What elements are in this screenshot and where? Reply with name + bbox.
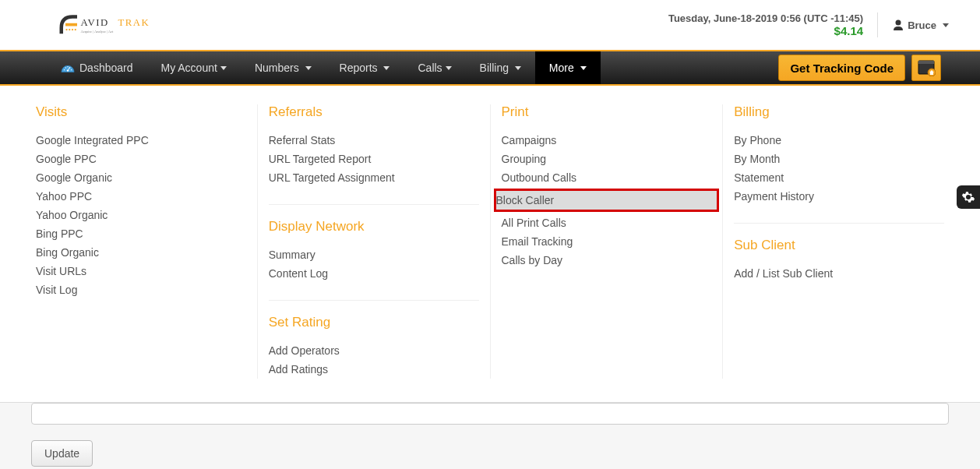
nav-reports[interactable]: Reports (326, 51, 404, 84)
chevron-down-icon (580, 66, 587, 70)
link-add-ratings[interactable]: Add Ratings (269, 360, 479, 379)
section-title-print: Print (502, 104, 712, 120)
link-visit-log[interactable]: Visit Log (36, 280, 246, 299)
svg-point-12 (65, 67, 66, 68)
more-mega-menu: Visits Google Integrated PPC Google PPC … (0, 86, 980, 403)
datetime-text: Tuesday, June-18-2019 0:56 (UTC -11:45) (668, 12, 863, 24)
svg-text:Acquire  |  Analyze  |  Act: Acquire | Analyze | Act (81, 30, 115, 34)
svg-text:AVID: AVID (81, 17, 109, 28)
user-menu[interactable]: Bruce (892, 19, 949, 31)
mega-col-referrals: Referrals Referral Stats URL Targeted Re… (258, 104, 491, 379)
top-bar: AVID TRAK Acquire | Analyze | Act Tuesda… (0, 0, 980, 50)
link-block-caller[interactable]: Block Caller (494, 189, 720, 212)
nav-calls[interactable]: Calls (404, 51, 465, 84)
nav-more[interactable]: More (535, 51, 601, 84)
link-add-list-sub-client[interactable]: Add / List Sub Client (734, 264, 944, 283)
nav-my-account-label: My Account (161, 62, 217, 74)
chevron-down-icon (943, 23, 949, 27)
gear-icon (961, 190, 975, 204)
mega-col-visits: Visits Google Integrated PPC Google PPC … (25, 104, 258, 379)
text-input[interactable] (31, 403, 949, 425)
link-summary[interactable]: Summary (269, 245, 479, 264)
link-bing-ppc[interactable]: Bing PPC (36, 224, 246, 243)
nav-billing-label: Billing (480, 62, 509, 74)
user-name: Bruce (908, 19, 936, 31)
svg-point-11 (64, 69, 65, 70)
link-yahoo-ppc[interactable]: Yahoo PPC (36, 187, 246, 206)
svg-point-8 (896, 20, 901, 26)
nav-right: Get Tracking Code (778, 51, 980, 84)
link-campaigns[interactable]: Campaigns (502, 131, 712, 150)
top-right: Tuesday, June-18-2019 0:56 (UTC -11:45) … (668, 12, 949, 37)
link-payment-history[interactable]: Payment History (734, 187, 944, 206)
chevron-down-icon (220, 66, 227, 70)
section-title-set-rating: Set Rating (269, 300, 479, 330)
chevron-down-icon (383, 66, 390, 70)
link-by-month[interactable]: By Month (734, 150, 944, 168)
nav-reports-label: Reports (340, 62, 378, 74)
user-icon (892, 19, 904, 31)
svg-point-13 (67, 66, 68, 67)
home-icon (917, 59, 936, 76)
link-by-phone[interactable]: By Phone (734, 131, 944, 150)
svg-rect-0 (65, 23, 77, 26)
link-google-ppc[interactable]: Google PPC (36, 150, 246, 168)
section-title-display-network: Display Network (269, 204, 479, 235)
nav-billing[interactable]: Billing (466, 51, 535, 84)
nav-dashboard[interactable]: Dashboard (47, 51, 147, 84)
nav-more-label: More (549, 62, 574, 74)
link-google-organic[interactable]: Google Organic (36, 168, 246, 187)
link-email-tracking[interactable]: Email Tracking (502, 232, 712, 251)
link-google-integrated-ppc[interactable]: Google Integrated PPC (36, 131, 246, 150)
svg-text:TRAK: TRAK (118, 17, 150, 28)
section-title-billing: Billing (734, 104, 944, 120)
link-bing-organic[interactable]: Bing Organic (36, 243, 246, 262)
link-url-targeted-report[interactable]: URL Targeted Report (269, 150, 479, 168)
nav-numbers[interactable]: Numbers (241, 51, 326, 84)
svg-point-14 (69, 67, 70, 68)
svg-rect-17 (918, 61, 934, 64)
link-visit-urls[interactable]: Visit URLs (36, 262, 246, 280)
get-tracking-code-button[interactable]: Get Tracking Code (778, 55, 905, 81)
nav-calls-label: Calls (418, 62, 442, 74)
balance-text: $4.14 (668, 24, 863, 37)
link-url-targeted-assignment[interactable]: URL Targeted Assignment (269, 168, 479, 187)
chevron-down-icon (446, 66, 452, 70)
section-title-sub-client: Sub Client (734, 223, 944, 253)
link-add-operators[interactable]: Add Operators (269, 341, 479, 360)
nav-my-account[interactable]: My Account (147, 51, 241, 84)
link-yahoo-organic[interactable]: Yahoo Organic (36, 206, 246, 224)
link-statement[interactable]: Statement (734, 168, 944, 187)
link-all-print-calls[interactable]: All Print Calls (502, 213, 712, 232)
link-referral-stats[interactable]: Referral Stats (269, 131, 479, 150)
section-title-referrals: Referrals (269, 104, 479, 120)
page-content: Update (0, 403, 980, 469)
dashboard-icon (61, 62, 75, 73)
avidtrak-logo-icon: AVID TRAK Acquire | Analyze | Act (56, 9, 173, 41)
svg-point-1 (65, 29, 67, 30)
chevron-down-icon (515, 66, 521, 70)
link-content-log[interactable]: Content Log (269, 264, 479, 283)
chevron-down-icon (305, 66, 312, 70)
logo[interactable]: AVID TRAK Acquire | Analyze | Act (56, 9, 173, 41)
nav-dashboard-label: Dashboard (79, 62, 133, 74)
link-outbound-calls[interactable]: Outbound Calls (502, 168, 712, 187)
section-title-visits: Visits (36, 104, 246, 120)
svg-point-2 (69, 29, 70, 30)
date-balance: Tuesday, June-18-2019 0:56 (UTC -11:45) … (668, 12, 878, 37)
mega-col-billing: Billing By Phone By Month Statement Paym… (723, 104, 955, 379)
svg-point-3 (72, 29, 73, 30)
svg-point-4 (75, 29, 76, 30)
home-button[interactable] (911, 55, 941, 81)
main-nav: Dashboard My Account Numbers Reports Cal… (0, 50, 980, 86)
link-grouping[interactable]: Grouping (502, 150, 712, 168)
svg-point-15 (71, 69, 72, 70)
nav-numbers-label: Numbers (255, 62, 299, 74)
settings-tab[interactable] (957, 185, 980, 209)
update-button[interactable]: Update (31, 440, 93, 467)
mega-col-print: Print Campaigns Grouping Outbound Calls … (491, 104, 724, 379)
link-calls-by-day[interactable]: Calls by Day (502, 251, 712, 270)
